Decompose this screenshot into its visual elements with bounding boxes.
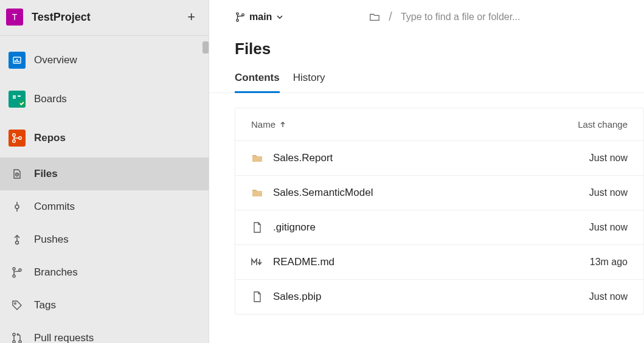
file-change: 13m ago [555, 257, 628, 268]
path-separator: / [389, 10, 392, 24]
pull-requests-icon [9, 332, 26, 343]
nav-tags[interactable]: Tags [0, 289, 209, 322]
svg-rect-3 [18, 61, 19, 62]
tab-contents[interactable]: Contents [235, 72, 280, 93]
nav-repos[interactable]: Repos [0, 119, 209, 158]
nav-label: Boards [34, 93, 67, 105]
svg-point-11 [19, 137, 21, 139]
nav-pushes[interactable]: Pushes [0, 223, 209, 256]
commits-icon [9, 201, 26, 213]
nav-boards[interactable]: Boards [0, 80, 209, 119]
tags-icon [9, 299, 26, 311]
svg-point-20 [13, 275, 15, 277]
page-title: Files [209, 32, 644, 72]
chevron-down-icon [275, 13, 284, 21]
nav-label: Pull requests [34, 332, 94, 343]
nav-pull-requests[interactable]: Pull requests [0, 322, 209, 343]
svg-point-27 [237, 19, 239, 21]
svg-point-24 [13, 341, 15, 343]
nav-label: Commits [34, 201, 75, 213]
nav-label: Overview [34, 54, 77, 66]
svg-rect-6 [13, 97, 16, 99]
col-name-header[interactable]: Name [251, 119, 555, 130]
repos-icon [9, 130, 26, 147]
markdown-icon [251, 258, 263, 266]
file-change: Just now [555, 291, 628, 302]
nav-commits[interactable]: Commits [0, 190, 209, 223]
path-search-input[interactable] [401, 12, 571, 23]
file-table: Name Last change Sales.Report Just now S… [235, 108, 644, 314]
col-name-label: Name [251, 119, 275, 130]
overview-icon [9, 52, 26, 69]
table-row[interactable]: Sales.pbip Just now [235, 279, 643, 314]
file-change: Just now [555, 153, 628, 164]
branch-selector[interactable]: main [235, 12, 284, 23]
file-name: Sales.Report [273, 152, 555, 164]
tabs: Contents History [209, 72, 644, 93]
file-change: Just now [555, 187, 628, 198]
svg-point-14 [15, 205, 19, 209]
table-row[interactable]: .gitignore Just now [235, 210, 643, 244]
nav-label: Files [34, 168, 58, 180]
svg-rect-7 [18, 95, 21, 97]
nav-overview[interactable]: Overview [0, 41, 209, 80]
add-button[interactable]: + [184, 9, 199, 25]
svg-rect-5 [13, 95, 16, 97]
svg-point-26 [237, 12, 239, 15]
branch-icon [235, 12, 246, 23]
nav-branches[interactable]: Branches [0, 256, 209, 289]
nav-label: Repos [34, 132, 66, 144]
file-icon [251, 222, 263, 233]
file-name: Sales.SemanticModel [273, 187, 555, 199]
file-name: Sales.pbip [273, 291, 555, 303]
folder-icon[interactable] [369, 12, 380, 23]
table-header: Name Last change [235, 108, 643, 140]
branches-icon [9, 266, 26, 279]
table-row[interactable]: README.md 13m ago [235, 244, 643, 279]
files-icon [9, 168, 26, 180]
col-change-header[interactable]: Last change [555, 119, 628, 130]
tab-history[interactable]: History [293, 72, 325, 92]
svg-point-10 [13, 140, 15, 142]
branch-bar: main / [209, 0, 644, 32]
folder-icon [251, 188, 263, 198]
nav-label: Pushes [34, 234, 69, 246]
file-change: Just now [555, 222, 628, 233]
table-row[interactable]: Sales.Report Just now [235, 140, 643, 175]
sidebar: T TestProject + Overview Boards Repos [0, 0, 209, 343]
project-avatar[interactable]: T [6, 9, 23, 26]
svg-point-9 [13, 134, 15, 136]
scrollbar[interactable] [203, 41, 209, 54]
boards-icon [9, 91, 26, 108]
svg-point-13 [16, 174, 18, 175]
nav-list: Overview Boards Repos Files Commits [0, 36, 209, 343]
table-row[interactable]: Sales.SemanticModel Just now [235, 175, 643, 210]
file-icon [251, 291, 263, 302]
svg-rect-1 [15, 60, 16, 62]
svg-point-25 [19, 341, 21, 343]
sort-asc-icon [279, 121, 286, 128]
svg-rect-2 [16, 59, 18, 62]
file-name: README.md [273, 256, 555, 268]
branch-name: main [249, 12, 272, 23]
project-header: T TestProject + [0, 0, 209, 36]
nav-label: Branches [34, 266, 78, 279]
file-name: .gitignore [273, 221, 555, 234]
folder-icon [251, 153, 263, 163]
svg-point-22 [15, 303, 16, 305]
nav-files[interactable]: Files [0, 158, 209, 190]
nav-label: Tags [34, 299, 56, 311]
svg-point-19 [13, 268, 15, 270]
svg-point-17 [16, 241, 19, 244]
main-content: main / Files Contents History Name Last … [209, 0, 644, 343]
project-name[interactable]: TestProject [32, 11, 184, 24]
svg-point-23 [13, 333, 15, 336]
pushes-icon [9, 234, 26, 246]
